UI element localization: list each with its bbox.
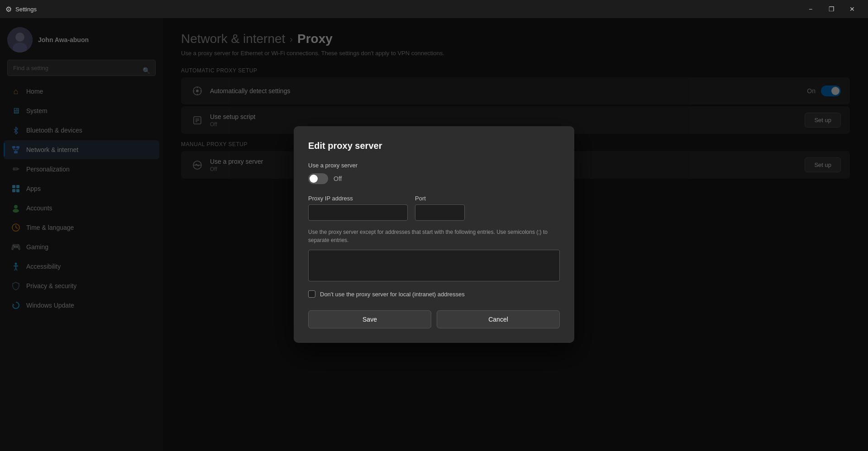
dialog-buttons: Save Cancel [308,310,560,328]
port-label: Port [415,195,465,202]
save-button[interactable]: Save [308,310,431,328]
edit-proxy-dialog: Edit proxy server Use a proxy server Off… [294,126,574,343]
dialog-use-proxy-label: Use a proxy server [308,162,560,169]
proxy-ip-label: Proxy IP address [308,195,408,202]
titlebar: ⚙ Settings − ❐ ✕ [0,0,868,18]
dialog-proxy-toggle-label: Off [334,175,342,182]
port-input[interactable] [415,204,465,221]
dialog-hint: Use the proxy server except for addresse… [308,228,560,244]
proxy-ip-input[interactable] [308,204,408,221]
dialog-proxy-toggle[interactable] [308,173,328,184]
window-controls: − ❐ ✕ [800,2,863,16]
dialog-proxy-toggle-knob [310,175,318,183]
checkbox-row: Don't use the proxy server for local (in… [308,290,560,298]
titlebar-title: Settings [15,6,37,13]
dialog-toggle-row: Off [308,173,560,184]
port-group: Port [415,195,465,221]
dialog-overlay: Edit proxy server Use a proxy server Off… [0,18,868,451]
proxy-ip-group: Proxy IP address [308,195,408,221]
exceptions-textarea[interactable] [308,250,560,281]
minimize-button[interactable]: − [800,2,821,16]
restore-button[interactable]: ❐ [821,2,842,16]
dialog-title: Edit proxy server [308,141,560,151]
local-intranet-checkbox[interactable] [308,290,315,298]
close-button[interactable]: ✕ [842,2,863,16]
cancel-button[interactable]: Cancel [437,310,560,328]
ip-port-row: Proxy IP address Port [308,195,560,221]
checkbox-label: Don't use the proxy server for local (in… [320,291,465,298]
settings-icon: ⚙ [5,5,12,14]
